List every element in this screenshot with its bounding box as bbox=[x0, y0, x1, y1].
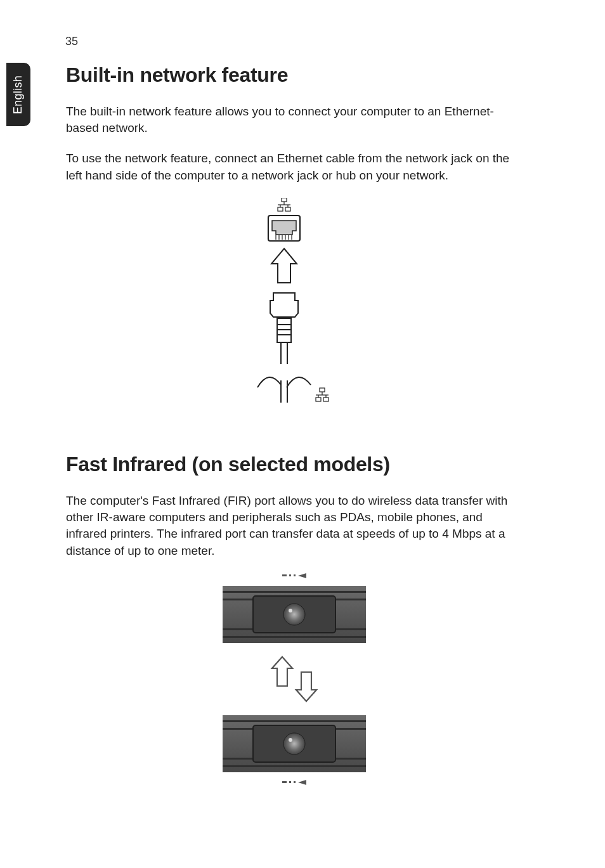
svg-rect-38 bbox=[223, 720, 366, 722]
heading-infrared: Fast Infrared (on selected models) bbox=[66, 453, 523, 476]
svg-rect-33 bbox=[223, 636, 366, 638]
svg-point-35 bbox=[283, 604, 305, 625]
svg-rect-0 bbox=[282, 198, 287, 202]
svg-rect-5 bbox=[278, 207, 283, 211]
figure-ethernet bbox=[66, 198, 523, 426]
svg-point-43 bbox=[283, 733, 305, 755]
bidirectional-arrows-icon bbox=[266, 651, 323, 708]
ir-device-bottom-icon bbox=[223, 715, 366, 772]
page: 35 English Built-in network feature The … bbox=[0, 0, 605, 868]
svg-rect-30 bbox=[223, 591, 366, 593]
svg-rect-41 bbox=[223, 765, 366, 767]
language-tab-label: English bbox=[12, 75, 25, 113]
para-network-1: The built-in network feature allows you … bbox=[66, 103, 523, 136]
svg-point-44 bbox=[289, 738, 292, 742]
para-infrared-1: The computer's Fast Infrared (FIR) port … bbox=[66, 493, 523, 559]
svg-rect-6 bbox=[285, 207, 290, 211]
para-network-2: To use the network feature, connect an E… bbox=[66, 150, 523, 183]
heading-network: Built-in network feature bbox=[66, 63, 523, 87]
ethernet-diagram-icon bbox=[250, 198, 339, 426]
svg-rect-28 bbox=[323, 398, 329, 401]
ir-symbol-bottom-icon bbox=[282, 780, 306, 785]
language-tab: English bbox=[6, 63, 30, 126]
content-area: Built-in network feature The built-in ne… bbox=[66, 63, 523, 785]
page-number: 35 bbox=[65, 35, 78, 48]
ir-device-top-icon bbox=[223, 586, 366, 643]
figure-infrared-inner bbox=[221, 573, 367, 785]
ir-symbol-top-icon bbox=[282, 573, 306, 578]
svg-rect-27 bbox=[316, 398, 321, 401]
figure-infrared bbox=[66, 573, 523, 785]
svg-point-36 bbox=[289, 609, 292, 612]
svg-rect-22 bbox=[320, 388, 325, 392]
